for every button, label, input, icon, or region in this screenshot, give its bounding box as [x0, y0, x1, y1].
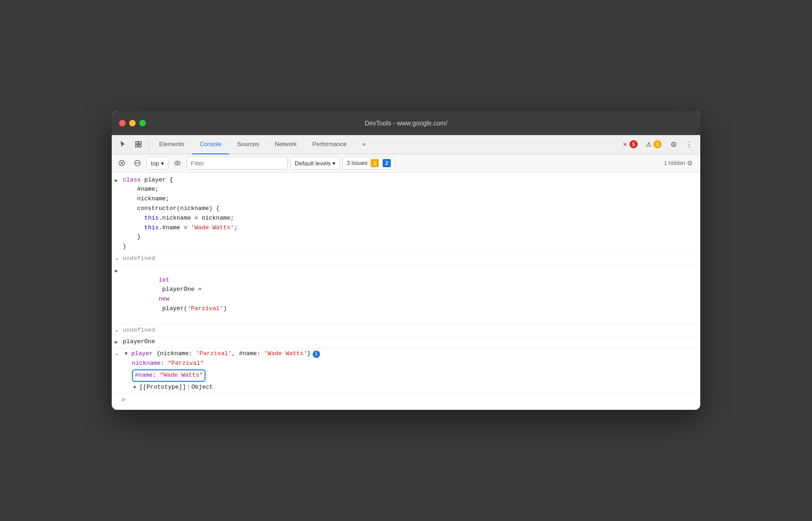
issues-warn-badge: 1	[371, 159, 379, 167]
context-selector[interactable]: top ▾	[147, 157, 168, 170]
entry-gutter: ◂	[112, 326, 121, 335]
settings-icon: ⚙	[687, 159, 693, 167]
window-controls	[119, 120, 146, 126]
entry-gutter: ◂	[112, 349, 121, 359]
warn-badge-button[interactable]: ⚠ 1	[642, 138, 665, 151]
tab-sources[interactable]: Sources	[230, 135, 267, 154]
error-badge-button[interactable]: ✕ 5	[619, 138, 641, 151]
expand-arrow[interactable]: ▶	[113, 177, 120, 185]
svg-rect-0	[136, 142, 138, 144]
object-header: ▼ player {nickname: 'Parzival', #name: '…	[123, 349, 697, 359]
svg-rect-2	[136, 145, 138, 147]
info-badge[interactable]: i	[313, 351, 320, 358]
highlighted-property: #name: "Wade Watts"	[132, 369, 206, 382]
settings-button[interactable]: ⚙	[666, 137, 681, 152]
cursor-tool-button[interactable]	[115, 137, 130, 152]
output-arrow: ◂	[115, 327, 118, 335]
entry-gutter: ◂	[112, 254, 121, 264]
devtools-window: DevTools - www.google.com/ Elements Cons…	[112, 111, 700, 410]
cursor-symbol: >	[121, 395, 125, 406]
maximize-button[interactable]	[139, 120, 146, 126]
table-row: ▶ playerOne	[112, 336, 700, 348]
more-options-button[interactable]: ⋮	[682, 137, 697, 152]
issues-button[interactable]: 3 Issues: 1 2	[343, 157, 395, 170]
svg-point-10	[177, 162, 178, 164]
close-button[interactable]	[119, 120, 126, 126]
log-levels-button[interactable]: Default levels ▾	[291, 157, 340, 170]
code-block: class player { #name; nickname; construc…	[123, 176, 697, 252]
table-row: ◂ undefined	[112, 253, 700, 265]
collapse-arrow[interactable]: ▼	[123, 350, 130, 358]
table-row: ◂ ▼ player {nickname: 'Parzival', #name:…	[112, 348, 700, 393]
filter-input[interactable]	[187, 157, 288, 170]
entry-content: class player { #name; nickname; construc…	[121, 176, 697, 252]
minimize-button[interactable]	[129, 120, 136, 126]
svg-rect-3	[139, 145, 141, 147]
inspect-button[interactable]	[131, 137, 146, 152]
table-row: ▶ let playerOne = new player('Parzival')	[112, 265, 700, 325]
tab-more[interactable]: »	[355, 135, 373, 154]
object-properties: nickname: "Parzival" #name: "Wade Watts"…	[123, 359, 697, 392]
entry-gutter: ▶	[112, 176, 121, 185]
expand-arrow[interactable]: ▶	[132, 384, 138, 391]
expand-arrow[interactable]: ▶	[113, 339, 120, 347]
tab-performance[interactable]: Performance	[305, 135, 354, 154]
window-title: DevTools - www.google.com/	[365, 119, 447, 127]
list-item: #name: "Wade Watts"	[132, 369, 697, 382]
console-output: ▶ class player { #name; nickname; constr…	[112, 173, 700, 410]
entry-content: ▼ player {nickname: 'Parzival', #name: '…	[121, 349, 697, 392]
list-item: nickname: "Parzival"	[132, 359, 697, 368]
block-button[interactable]	[131, 157, 144, 170]
chevron-down-icon: ▾	[332, 160, 336, 167]
error-count: 5	[629, 140, 638, 148]
hidden-messages-button[interactable]: 1 hidden ⚙	[660, 157, 697, 170]
console-cursor-row: >	[112, 393, 700, 408]
devtools-tab-bar: Elements Console Sources Network Perform…	[112, 135, 700, 154]
eye-button[interactable]	[171, 157, 184, 170]
chevron-down-icon: ▾	[161, 160, 164, 167]
tab-network[interactable]: Network	[268, 135, 304, 154]
entry-gutter: ▶	[112, 266, 121, 276]
list-item: ▶ [[Prototype]]: Object	[132, 383, 697, 392]
tab-elements[interactable]: Elements	[152, 135, 191, 154]
svg-rect-1	[139, 142, 141, 144]
entry-content: playerOne	[121, 337, 697, 347]
titlebar: DevTools - www.google.com/	[112, 111, 700, 135]
table-row: ◂ undefined	[112, 325, 700, 337]
tab-separator	[149, 139, 149, 150]
entry-content: let playerOne = new player('Parzival')	[121, 266, 697, 323]
expand-arrow[interactable]: ▶	[113, 267, 120, 276]
issues-info-badge: 2	[383, 159, 391, 167]
table-row: ▶ class player { #name; nickname; constr…	[112, 175, 700, 253]
output-arrow: ◂	[115, 351, 118, 359]
console-toolbar: top ▾ Default levels ▾ 3 Issues: 1 2 1 h…	[112, 154, 700, 173]
output-arrow: ◂	[115, 255, 118, 264]
warn-count: 1	[653, 140, 662, 148]
entry-content: undefined	[121, 254, 697, 264]
entry-content: undefined	[121, 326, 697, 335]
tab-console[interactable]: Console	[192, 135, 229, 154]
entry-gutter: ▶	[112, 337, 121, 347]
clear-console-button[interactable]	[115, 157, 128, 170]
